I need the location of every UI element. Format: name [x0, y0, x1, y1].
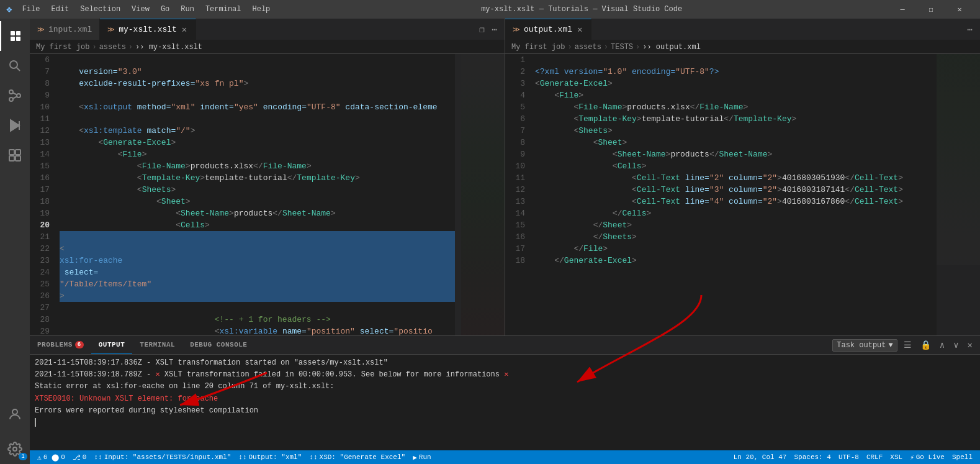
log-cursor-line[interactable] [35, 417, 975, 429]
breadcrumb-part-3[interactable]: TESTS [611, 43, 633, 52]
menu-view[interactable]: View [127, 4, 155, 15]
more-actions-icon[interactable]: ⋯ [965, 22, 975, 37]
activity-bar: 1 [0, 19, 30, 464]
close-button[interactable]: ✕ [945, 0, 974, 19]
code-content-right[interactable]: <?xml version="1.0" encoding="UTF-8"?> <… [530, 54, 937, 335]
lock-icon[interactable]: 🔒 [918, 337, 933, 353]
tab-label: my-xslt.xslt [119, 25, 177, 34]
problems-badge: 6 [75, 341, 84, 348]
svg-point-7 [9, 98, 13, 101]
right-code-area[interactable]: 12345 678910 1112131415 161718 <?xml ver… [505, 54, 980, 335]
scroll-up-icon[interactable]: ∧ [937, 337, 947, 353]
status-errors[interactable]: ⚠ 6 ⬤ 0 [34, 453, 69, 462]
menu-run[interactable]: Run [176, 4, 199, 15]
breadcrumb-part-3[interactable]: ›› my-xslt.xslt [135, 43, 202, 52]
log-line-5: Errors were reported during stylesheet c… [35, 405, 975, 417]
sidebar-item-source-control[interactable] [0, 81, 30, 111]
error-count: 6 [43, 453, 48, 461]
status-bar: ⚠ 6 ⬤ 0 ⎇ 0 ↕↕ Input: "assets/TESTS/inpu… [30, 450, 980, 464]
sidebar-item-extensions[interactable] [0, 140, 30, 170]
code-content-left[interactable]: version="3.0" exclude-result-prefixes="x… [55, 54, 455, 335]
tab-close-icon[interactable]: ✕ [576, 23, 583, 36]
status-xsd[interactable]: ↕↕ XSD: "Generate Excel" [305, 453, 409, 461]
task-output-dropdown[interactable]: Task output ▼ [832, 339, 897, 352]
left-minimap [461, 54, 505, 335]
file-icon: ≫ [107, 25, 115, 34]
status-output[interactable]: ↕↕ Output: "xml" [235, 453, 305, 461]
output-icon: ↕↕ [238, 453, 246, 461]
svg-point-8 [17, 94, 20, 98]
tab-close-icon[interactable]: ✕ [181, 23, 188, 36]
menu-selection[interactable]: Selection [75, 4, 125, 15]
sidebar-item-search[interactable] [0, 51, 30, 81]
status-encoding[interactable]: UTF-8 [835, 453, 863, 462]
svg-marker-11 [11, 120, 19, 131]
svg-rect-13 [9, 150, 14, 155]
breadcrumb-part-1[interactable]: My first job [36, 43, 89, 52]
status-run[interactable]: ▶ Run [409, 453, 434, 462]
menu-help[interactable]: Help [248, 4, 276, 15]
tab-my-xslt[interactable]: ≫ my-xslt.xslt ✕ [100, 19, 196, 40]
log-line-4: XTSE0010: Unknown XSLT element: for-each… [35, 393, 975, 405]
svg-rect-1 [11, 37, 15, 41]
status-line-ending[interactable]: CRLF [863, 453, 886, 462]
menu-go[interactable]: Go [156, 4, 174, 15]
spaces-label: Spaces: 4 [794, 453, 830, 461]
clear-output-icon[interactable]: ☰ [901, 337, 914, 353]
sidebar-item-accounts[interactable] [0, 399, 30, 429]
log-line-3: Static error at xsl:for-eache on line 20… [35, 381, 975, 393]
svg-rect-0 [11, 31, 15, 35]
menu-bar[interactable]: File Edit Selection View Go Run Terminal… [17, 4, 276, 15]
left-tab-actions: ❐ ⋯ [477, 19, 505, 40]
output-label: Output: "xml" [249, 453, 302, 461]
minimize-button[interactable]: ‒ [888, 0, 917, 19]
window-title: my-xslt.xslt — Tutorials — Visual Studio… [275, 5, 888, 14]
split-editor-icon[interactable]: ❐ [477, 22, 487, 37]
status-language[interactable]: XSL [886, 453, 906, 462]
more-actions-icon[interactable]: ⋯ [490, 22, 500, 37]
breadcrumb-part-4[interactable]: ›› output.xml [642, 43, 701, 52]
svg-rect-16 [16, 156, 20, 161]
status-go-live[interactable]: ⚡ Go Live [906, 453, 948, 462]
panel-tabs: PROBLEMS 6 OUTPUT TERMINAL DEBUG CONSOLE [30, 336, 980, 355]
left-code-area[interactable]: 678910 1112131415 16171819 20 2122232425… [30, 54, 505, 335]
left-editor-panel: ≫ input.xml ≫ my-xslt.xslt ✕ ❐ ⋯ [30, 19, 505, 335]
warning-icon: ⚠ [37, 453, 42, 462]
tab-input-xml[interactable]: ≫ input.xml [30, 19, 100, 40]
tab-output[interactable]: OUTPUT [91, 336, 133, 354]
tab-label: input.xml [48, 25, 92, 34]
status-position[interactable]: Ln 20, Col 47 [730, 453, 791, 462]
breadcrumb-part-1[interactable]: My first job [511, 43, 565, 52]
menu-file[interactable]: File [17, 4, 45, 15]
right-tabs-bar: ≫ output.xml ✕ ⋯ [505, 19, 980, 40]
menu-terminal[interactable]: Terminal [200, 4, 246, 15]
maximize-button[interactable]: ☐ [917, 0, 945, 19]
breadcrumb-part-2[interactable]: assets [99, 43, 126, 52]
settings-badge: 1 [19, 453, 27, 460]
close-panel-icon[interactable]: ✕ [965, 337, 975, 353]
scroll-down-icon[interactable]: ∨ [951, 337, 961, 353]
status-spell[interactable]: Spell [948, 453, 976, 462]
editors-container: ≫ input.xml ≫ my-xslt.xslt ✕ ❐ ⋯ [30, 19, 980, 450]
tab-problems[interactable]: PROBLEMS 6 [30, 336, 91, 354]
status-input[interactable]: ↕↕ Input: "assets/TESTS/input.xml" [90, 453, 235, 461]
sidebar-item-explorer[interactable] [0, 21, 30, 51]
breadcrumb-part-2[interactable]: assets [575, 43, 601, 52]
left-scrollbar[interactable] [455, 54, 461, 335]
error-icon: ⬤ [52, 453, 59, 462]
svg-rect-3 [16, 37, 20, 41]
status-spaces[interactable]: Spaces: 4 [790, 453, 834, 462]
tab-output-xml[interactable]: ≫ output.xml ✕ [505, 19, 591, 40]
vscode-icon: ❖ [6, 3, 12, 16]
tab-terminal[interactable]: TERMINAL [132, 336, 182, 354]
menu-edit[interactable]: Edit [46, 4, 74, 15]
tab-debug-console[interactable]: DEBUG CONSOLE [182, 336, 254, 354]
window-controls[interactable]: ‒ ☐ ✕ [888, 0, 974, 19]
log-line-2: 2021-11-15T08:39:18.789Z - ✕ XSLT transf… [35, 369, 975, 381]
sidebar-item-run[interactable] [0, 111, 30, 140]
svg-rect-15 [9, 156, 14, 161]
sidebar-item-settings[interactable]: 1 [0, 434, 30, 464]
right-minimap [937, 54, 980, 335]
warning-count: 0 [61, 453, 65, 461]
status-branch[interactable]: ⎇ 0 [69, 453, 91, 462]
